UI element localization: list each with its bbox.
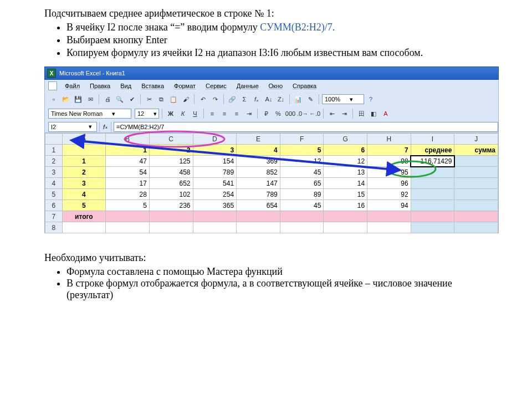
help-icon[interactable]: ? <box>365 94 376 105</box>
cell[interactable] <box>367 222 411 233</box>
row-header[interactable]: 8 <box>45 222 63 233</box>
cell[interactable]: 1 <box>106 145 150 156</box>
cell[interactable] <box>454 178 498 189</box>
col-header[interactable]: A <box>62 134 106 145</box>
percent-icon[interactable]: % <box>273 108 284 119</box>
currency-icon[interactable]: ₽ <box>260 108 272 119</box>
cell[interactable] <box>106 222 150 233</box>
open-icon[interactable]: 📂 <box>60 94 71 105</box>
font-name-combo[interactable]: Times New Roman ▾ <box>48 109 131 119</box>
cell[interactable]: 14 <box>324 178 367 189</box>
spelling-icon[interactable]: ✔ <box>126 94 137 105</box>
row-header[interactable]: 6 <box>45 200 63 211</box>
row-header[interactable]: 4 <box>45 178 63 189</box>
cell[interactable]: 2 <box>62 167 106 178</box>
cell[interactable]: 95 <box>367 167 411 178</box>
cell[interactable] <box>149 211 193 222</box>
cell[interactable] <box>62 222 106 233</box>
cell[interactable]: 65 <box>280 178 324 189</box>
cell[interactable]: итого <box>62 211 106 222</box>
align-right-icon[interactable]: ≡ <box>231 108 242 119</box>
cell[interactable]: 116,71429 <box>411 156 454 167</box>
cell[interactable]: 458 <box>149 167 193 178</box>
cell[interactable]: 15 <box>324 189 367 200</box>
sort-desc-icon[interactable]: Z↓ <box>275 94 287 105</box>
cell[interactable] <box>411 200 454 211</box>
cell[interactable]: 4 <box>237 145 280 156</box>
cell[interactable] <box>454 200 498 211</box>
cell[interactable] <box>411 178 454 189</box>
cell[interactable] <box>454 222 498 233</box>
menu-edit[interactable]: Правка <box>85 81 115 90</box>
menu-help[interactable]: Справка <box>288 81 321 90</box>
cell[interactable]: 254 <box>193 189 237 200</box>
menu-insert[interactable]: Вставка <box>137 81 168 90</box>
redo-icon[interactable]: ↷ <box>209 94 221 105</box>
row-header[interactable]: 5 <box>45 189 63 200</box>
cell[interactable] <box>62 145 106 156</box>
cell[interactable] <box>237 211 280 222</box>
worksheet[interactable]: A B C D E F G H I J 1 1 2 3 4 5 6 7 <box>44 133 499 233</box>
cell[interactable]: 1 <box>62 156 106 167</box>
cell[interactable]: 125 <box>149 156 193 167</box>
cell[interactable] <box>193 222 237 233</box>
cell[interactable]: 12 <box>280 156 324 167</box>
cell[interactable]: 7 <box>367 145 411 156</box>
cell[interactable]: 365 <box>193 200 237 211</box>
cell[interactable]: 6 <box>324 145 367 156</box>
save-icon[interactable]: 💾 <box>73 94 84 105</box>
new-icon[interactable]: ▫ <box>48 94 59 105</box>
cell[interactable] <box>454 211 498 222</box>
cell[interactable]: 147 <box>237 178 280 189</box>
cell[interactable]: 12 <box>324 156 367 167</box>
cell[interactable] <box>411 189 454 200</box>
cell[interactable]: 17 <box>106 178 150 189</box>
cell[interactable]: 789 <box>237 189 280 200</box>
decrease-decimal-icon[interactable]: ←.0 <box>309 108 320 119</box>
cell[interactable] <box>280 222 324 233</box>
cell[interactable] <box>411 211 454 222</box>
cell[interactable]: 369 <box>237 156 280 167</box>
cell[interactable]: 652 <box>149 178 193 189</box>
menu-view[interactable]: Вид <box>116 81 136 90</box>
paste-icon[interactable]: 📋 <box>168 94 179 105</box>
cell[interactable] <box>280 211 324 222</box>
menu-format[interactable]: Формат <box>170 81 200 90</box>
cell[interactable]: 5 <box>106 200 150 211</box>
menu-window[interactable]: Окно <box>264 81 288 90</box>
cell[interactable] <box>454 189 498 200</box>
chart-icon[interactable]: 📊 <box>293 94 304 105</box>
cell[interactable] <box>411 222 454 233</box>
comma-icon[interactable]: 000 <box>285 108 296 119</box>
increase-indent-icon[interactable]: ⇥ <box>339 108 350 119</box>
cell[interactable] <box>149 222 193 233</box>
cell[interactable]: 94 <box>367 200 411 211</box>
hyperlink-icon[interactable]: 🔗 <box>227 94 238 105</box>
italic-icon[interactable]: К <box>177 108 188 119</box>
merge-center-icon[interactable]: ⇥ <box>243 108 254 119</box>
col-header[interactable]: C <box>149 134 193 145</box>
cell[interactable]: 541 <box>193 178 237 189</box>
preview-icon[interactable]: 🔍 <box>114 94 125 105</box>
cell[interactable]: 45 <box>280 200 324 211</box>
select-all-corner[interactable] <box>45 134 63 145</box>
cell[interactable]: 2 <box>149 145 193 156</box>
cell[interactable]: 5 <box>62 200 106 211</box>
cell[interactable]: 54 <box>106 167 150 178</box>
function-icon[interactable]: fₓ <box>251 94 262 105</box>
align-left-icon[interactable]: ≡ <box>207 108 218 119</box>
menu-data[interactable]: Данные <box>232 81 263 90</box>
row-header[interactable]: 1 <box>45 145 63 156</box>
zoom-combo[interactable]: 100% ▾ <box>322 94 364 104</box>
undo-icon[interactable]: ↶ <box>197 94 208 105</box>
col-header[interactable]: G <box>324 134 367 145</box>
cell[interactable]: 789 <box>193 167 237 178</box>
cell[interactable]: 154 <box>193 156 237 167</box>
cell[interactable]: 4 <box>62 189 106 200</box>
col-header[interactable]: I <box>411 134 454 145</box>
borders-icon[interactable]: 田 <box>356 108 367 119</box>
cell[interactable]: 96 <box>367 178 411 189</box>
cell[interactable]: 102 <box>149 189 193 200</box>
col-header[interactable]: B <box>106 134 150 145</box>
sort-asc-icon[interactable]: A↓ <box>263 94 274 105</box>
